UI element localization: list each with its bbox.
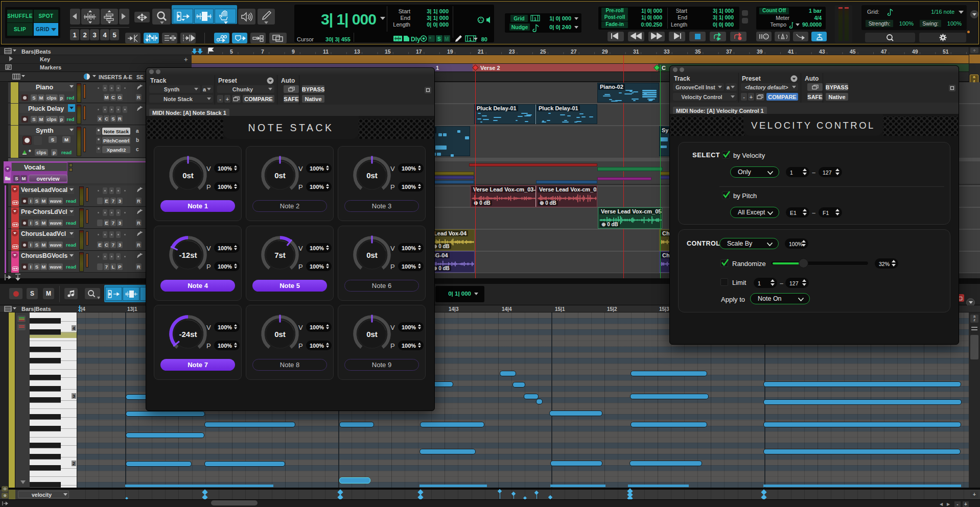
svg-text:S: S xyxy=(437,36,441,42)
svg-text:M: M xyxy=(445,36,449,42)
svg-text:*: * xyxy=(429,36,431,42)
svg-text:Dly: Dly xyxy=(411,36,421,43)
